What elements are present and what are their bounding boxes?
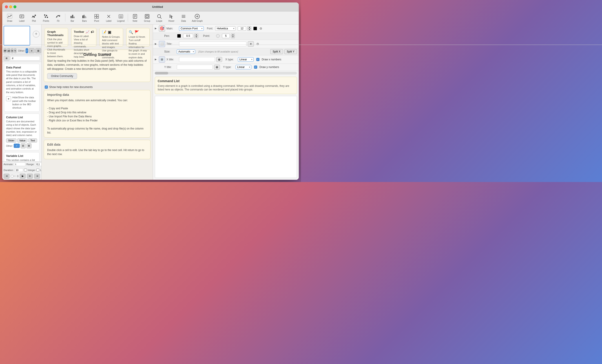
draw-x-checkbox[interactable]: ✓ (256, 58, 259, 61)
duration-input[interactable] (15, 168, 23, 172)
point-size-input[interactable] (222, 34, 230, 38)
draw-x-label: Draw x numbers (262, 58, 281, 61)
title-plus-btn[interactable]: + (248, 41, 254, 47)
font-size-down[interactable]: ▼ (247, 29, 251, 31)
col-btn-slider[interactable]: Slider (6, 138, 16, 143)
graph-canvas[interactable] (155, 96, 297, 178)
font-dropdown[interactable]: Common Font (179, 26, 204, 31)
online-community-button[interactable]: Online Community (47, 73, 77, 79)
toolbar-pivot[interactable]: Pivot (91, 12, 102, 23)
integer-checkbox[interactable] (24, 168, 27, 171)
col-btn-value[interactable]: Value (17, 138, 27, 143)
toolbar-hover[interactable]: Hover (166, 12, 177, 23)
title-arrow: ▶ (155, 42, 158, 45)
grid-view-btn[interactable]: ⊞ (35, 48, 41, 53)
main-gear-icon[interactable]: ⚙ (258, 26, 263, 31)
data-panel-section: Data Panel This section is a collapsable… (4, 64, 40, 112)
split-y-btn[interactable]: Split Y (284, 49, 297, 54)
toolbar-bars[interactable]: Bars (79, 12, 90, 23)
title-gear-icon[interactable]: ⚙ (255, 42, 260, 46)
svg-rect-19 (85, 16, 86, 18)
panel-sections: Data Panel This section is a collapsable… (2, 62, 41, 161)
main-settings-row: ▶ 🎯 Main: Common Font Font: Helvetica (153, 24, 299, 33)
point-size-up[interactable]: ▲ (231, 34, 235, 36)
toolbar-plot[interactable]: Plot (28, 12, 40, 23)
horizontal-scrollbar[interactable] (155, 72, 297, 74)
close-button[interactable] (5, 5, 8, 8)
toolbar-data[interactable]: Data (178, 12, 189, 23)
toolbar-legend[interactable]: Legend (115, 12, 127, 23)
animate-value-input[interactable] (14, 163, 25, 166)
font-name-dropdown[interactable]: Helvetica (215, 26, 236, 31)
other-checkbox[interactable]: ✓ (26, 48, 28, 53)
pen-size-input[interactable] (183, 34, 193, 38)
search-input[interactable] (10, 56, 40, 61)
maximize-button[interactable] (13, 5, 16, 8)
draw-y-checkbox[interactable]: ✓ (254, 65, 257, 69)
toolbar-bar[interactable]: Bar (67, 12, 78, 23)
playback-slider[interactable] (11, 176, 16, 177)
font-size-stepper[interactable]: ▲ ▼ (247, 26, 251, 31)
col-grid-btn[interactable]: ⊞ (26, 143, 32, 148)
show-notes-checkbox[interactable]: ✓ (45, 85, 48, 89)
x-title-input[interactable] (179, 57, 215, 62)
col-btn-text[interactable]: Text (28, 138, 37, 143)
col-print-btn[interactable]: ⊟ (21, 143, 26, 148)
tool-btn-hash[interactable]: ## (4, 48, 7, 53)
add-graph-icon (194, 13, 200, 20)
x-title-plus-btn[interactable]: ⊕ (216, 57, 222, 62)
points-icon (43, 13, 49, 20)
point-size-down[interactable]: ▼ (231, 36, 235, 38)
font-size-up[interactable]: ▲ (247, 26, 251, 29)
toolbar-fit[interactable]: Fit (53, 12, 64, 23)
toolbar-label2[interactable]: Label (103, 12, 114, 23)
minimize-button[interactable] (9, 5, 12, 8)
draw-y-label: Draw y numbers (259, 65, 279, 69)
point-color-swatch[interactable] (216, 34, 220, 38)
title-input[interactable] (179, 42, 247, 46)
toolbar-points[interactable]: Points (40, 12, 52, 23)
tool-btn-fx[interactable]: fx (11, 48, 13, 53)
y-type-dropdown[interactable]: Linear (236, 65, 251, 69)
shrink-btn[interactable]: ⊲ (34, 174, 40, 179)
graph-thumbnail[interactable] (4, 26, 30, 46)
toolbar-add-graph[interactable]: Add Graph (190, 12, 204, 23)
tool-btn-fraction[interactable]: ²⁄₁ (14, 48, 17, 53)
list-view-btn[interactable]: ≡ (29, 48, 35, 53)
x-type-dropdown[interactable]: Linear (238, 57, 254, 62)
pen-size-stepper[interactable]: ▲ ▼ (194, 34, 198, 38)
play-btn[interactable]: ▶ (20, 174, 26, 179)
tool-btn-ab[interactable]: ab (7, 48, 10, 53)
size-dropdown[interactable]: Automatic (177, 49, 195, 54)
toolbar-note[interactable]: Note (129, 12, 141, 23)
toolbar-label[interactable]: Label (16, 12, 27, 23)
data-panel-icon: ≡ (6, 96, 11, 101)
point-size-stepper[interactable]: ▲ ▼ (231, 34, 235, 38)
font-size-input[interactable] (238, 26, 246, 31)
pen-color-swatch[interactable] (177, 34, 181, 38)
legend-icon (118, 13, 124, 20)
toolbar-group[interactable]: Group (141, 12, 153, 23)
expand-btn[interactable]: ⊳ (27, 174, 33, 179)
y-title-input[interactable] (177, 65, 213, 70)
title-label: Title: (166, 42, 178, 46)
range-input[interactable] (35, 163, 42, 166)
svg-point-8 (46, 15, 47, 16)
draw-label: Draw (7, 20, 12, 22)
group-icon (144, 13, 150, 20)
add-thumbnail-button[interactable]: + (33, 31, 40, 38)
font-color-swatch[interactable] (253, 27, 257, 30)
y-title-plus-btn[interactable]: ⊕ (214, 65, 220, 70)
loop-checkbox[interactable] (36, 168, 39, 171)
pen-size-down[interactable]: ▼ (194, 36, 198, 38)
pen-size-up[interactable]: ▲ (194, 34, 198, 36)
pen-row: Pen: ▲ ▼ Point: ▲ ▼ (153, 33, 299, 40)
toolbar-draw[interactable]: Draw (4, 12, 15, 23)
col-other-checkbox[interactable]: ✓ (14, 144, 20, 148)
hash-input-btn[interactable]: ⊞ (4, 56, 10, 61)
back-btn[interactable]: ⊲ (4, 174, 10, 179)
split-x-btn[interactable]: Split X (270, 49, 283, 54)
settings-section: ▶ 🎯 Main: Common Font Font: Helvetica (153, 24, 299, 71)
toolbar-loupe[interactable]: Loupe (154, 12, 165, 23)
y-type-dropdown-wrap: Linear (236, 65, 251, 69)
